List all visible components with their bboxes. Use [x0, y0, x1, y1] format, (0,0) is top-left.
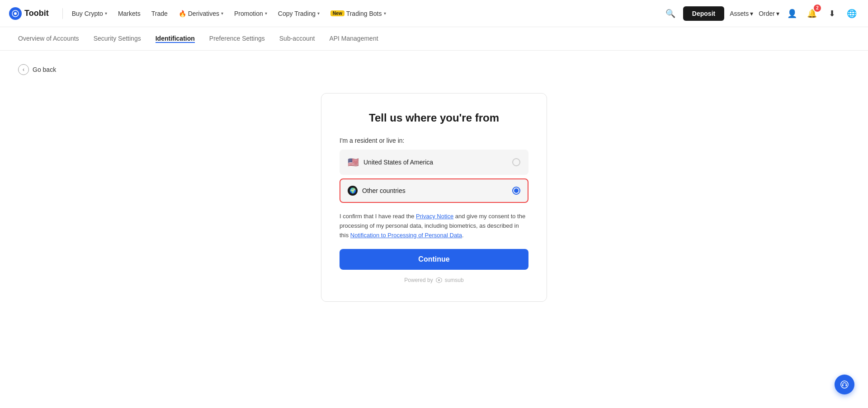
- tab-api[interactable]: API Management: [329, 35, 378, 43]
- nav-promotion[interactable]: Promotion ▾: [230, 7, 272, 20]
- order-button[interactable]: Order ▾: [759, 10, 779, 17]
- navbar: Toobit Buy Crypto ▾ Markets Trade 🔥 Deri…: [0, 0, 868, 27]
- nav-right: 🔍 Deposit Assets ▾ Order ▾ 👤 🔔 2 ⬇ 🌐: [663, 6, 859, 21]
- continue-button[interactable]: Continue: [340, 249, 528, 270]
- card-container: Tell us where you're from I'm a resident…: [18, 93, 850, 302]
- option-other[interactable]: 🌍 Other countries: [340, 178, 528, 203]
- nav-trading-bots[interactable]: New Trading Bots ▾: [326, 7, 390, 20]
- go-back-button[interactable]: ‹ Go back: [18, 64, 56, 75]
- tab-security[interactable]: Security Settings: [94, 35, 141, 43]
- consent-text: I confirm that I have read the Privacy N…: [340, 212, 528, 240]
- tab-overview[interactable]: Overview of Accounts: [18, 35, 79, 43]
- brand-name: Toobit: [24, 9, 49, 18]
- globe-icon[interactable]: 🌐: [844, 6, 859, 21]
- nav-derivatives[interactable]: 🔥 Derivatives ▾: [174, 7, 228, 20]
- other-radio[interactable]: [512, 187, 520, 195]
- option-usa[interactable]: 🇺🇸 United States of America: [340, 150, 528, 175]
- nav-markets[interactable]: Markets: [113, 7, 145, 20]
- notification-processing-link[interactable]: Notification to Processing of Personal D…: [350, 232, 462, 239]
- nav-copy-trading[interactable]: Copy Trading ▾: [274, 7, 324, 20]
- chevron-down-icon: ▾: [776, 10, 779, 17]
- chevron-down-icon: ▾: [750, 10, 753, 17]
- logo-icon: [9, 7, 22, 20]
- chevron-down-icon: ▾: [221, 11, 223, 16]
- usa-label: United States of America: [363, 159, 433, 166]
- deposit-button[interactable]: Deposit: [683, 6, 724, 21]
- notification-button[interactable]: 🔔 2: [805, 6, 819, 21]
- option-usa-left: 🇺🇸 United States of America: [348, 157, 433, 168]
- user-icon[interactable]: 👤: [785, 6, 799, 21]
- tab-identification[interactable]: Identification: [156, 35, 195, 43]
- download-icon[interactable]: ⬇: [825, 6, 839, 21]
- assets-button[interactable]: Assets ▾: [730, 10, 753, 17]
- privacy-notice-link[interactable]: Privacy Notice: [416, 213, 453, 220]
- usa-flag-icon: 🇺🇸: [348, 157, 359, 168]
- notification-badge: 2: [814, 5, 821, 12]
- sumsub-logo-icon: [436, 277, 442, 283]
- usa-radio[interactable]: [512, 158, 520, 166]
- sub-nav: Overview of Accounts Security Settings I…: [0, 27, 868, 51]
- other-label: Other countries: [362, 187, 406, 194]
- chevron-down-icon: ▾: [265, 11, 267, 16]
- nav-trade[interactable]: Trade: [147, 7, 172, 20]
- main-content: ‹ Go back Tell us where you're from I'm …: [0, 51, 868, 315]
- card-title: Tell us where you're from: [340, 112, 528, 124]
- tab-preference[interactable]: Preference Settings: [209, 35, 265, 43]
- tab-subaccount[interactable]: Sub-account: [279, 35, 315, 43]
- chevron-down-icon: ▾: [105, 11, 107, 16]
- nav-divider: [62, 8, 63, 19]
- back-arrow-icon: ‹: [18, 64, 29, 75]
- chevron-down-icon: ▾: [384, 11, 386, 16]
- identification-card: Tell us where you're from I'm a resident…: [321, 93, 547, 302]
- nav-links: Buy Crypto ▾ Markets Trade 🔥 Derivatives…: [67, 7, 663, 20]
- nav-buy-crypto[interactable]: Buy Crypto ▾: [67, 7, 112, 20]
- search-button[interactable]: 🔍: [663, 6, 678, 21]
- chevron-down-icon: ▾: [317, 11, 320, 16]
- powered-by: Powered by sumsub: [340, 277, 528, 283]
- svg-point-1: [14, 12, 17, 15]
- resident-label: I'm a resident or live in:: [340, 137, 528, 144]
- svg-point-2: [438, 279, 440, 281]
- brand-logo[interactable]: Toobit: [9, 7, 49, 20]
- option-other-left: 🌍 Other countries: [348, 186, 406, 196]
- other-globe-icon: 🌍: [348, 186, 358, 196]
